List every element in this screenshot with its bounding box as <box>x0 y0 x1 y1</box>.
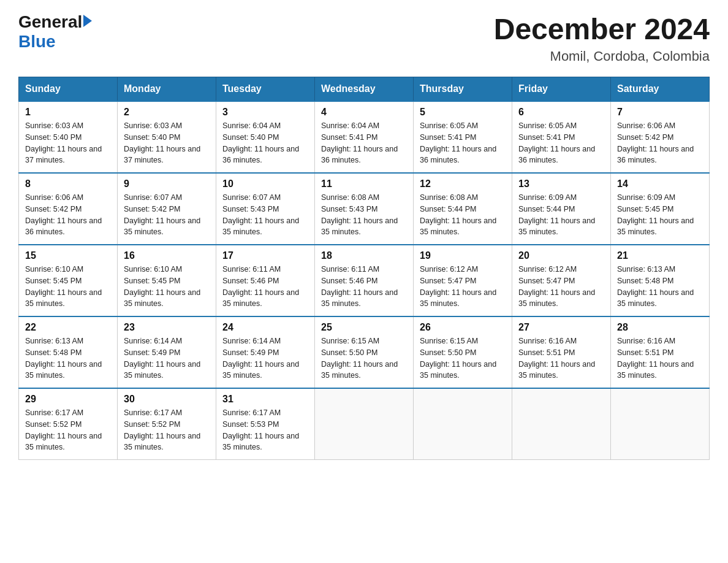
calendar-day-cell: 9Sunrise: 6:07 AMSunset: 5:42 PMDaylight… <box>118 173 216 245</box>
day-info: Sunrise: 6:13 AMSunset: 5:48 PMDaylight:… <box>25 335 111 381</box>
day-number: 8 <box>25 178 111 190</box>
day-number: 1 <box>25 107 111 118</box>
calendar-day-cell: 5Sunrise: 6:05 AMSunset: 5:41 PMDaylight… <box>414 101 512 173</box>
calendar-day-cell: 23Sunrise: 6:14 AMSunset: 5:49 PMDayligh… <box>118 316 216 388</box>
calendar-day-cell: 1Sunrise: 6:03 AMSunset: 5:40 PMDaylight… <box>19 101 118 173</box>
calendar-day-cell: 3Sunrise: 6:04 AMSunset: 5:40 PMDaylight… <box>216 101 315 173</box>
day-info: Sunrise: 6:08 AMSunset: 5:43 PMDaylight:… <box>321 192 407 238</box>
day-info: Sunrise: 6:06 AMSunset: 5:42 PMDaylight:… <box>617 120 703 166</box>
day-number: 5 <box>420 107 506 118</box>
day-info: Sunrise: 6:12 AMSunset: 5:47 PMDaylight:… <box>518 264 604 310</box>
calendar-week-row-1: 1Sunrise: 6:03 AMSunset: 5:40 PMDaylight… <box>19 101 710 173</box>
day-number: 31 <box>222 394 308 405</box>
calendar-day-cell: 2Sunrise: 6:03 AMSunset: 5:40 PMDaylight… <box>118 101 216 173</box>
calendar-day-cell: 20Sunrise: 6:12 AMSunset: 5:47 PMDayligh… <box>512 245 611 316</box>
calendar-day-cell: 8Sunrise: 6:06 AMSunset: 5:42 PMDaylight… <box>19 173 118 245</box>
header-monday: Monday <box>118 77 216 102</box>
day-info: Sunrise: 6:09 AMSunset: 5:44 PMDaylight:… <box>518 192 604 238</box>
calendar-week-row-2: 8Sunrise: 6:06 AMSunset: 5:42 PMDaylight… <box>19 173 710 245</box>
day-info: Sunrise: 6:17 AMSunset: 5:52 PMDaylight:… <box>124 407 210 453</box>
day-info: Sunrise: 6:14 AMSunset: 5:49 PMDaylight:… <box>222 335 308 381</box>
day-number: 29 <box>25 394 111 405</box>
day-number: 24 <box>222 322 308 333</box>
calendar-day-cell: 22Sunrise: 6:13 AMSunset: 5:48 PMDayligh… <box>19 316 118 388</box>
day-info: Sunrise: 6:15 AMSunset: 5:50 PMDaylight:… <box>321 335 407 381</box>
day-info: Sunrise: 6:05 AMSunset: 5:41 PMDaylight:… <box>420 120 506 166</box>
day-number: 25 <box>321 322 407 333</box>
calendar-title: December 2024 <box>494 12 710 46</box>
day-info: Sunrise: 6:17 AMSunset: 5:52 PMDaylight:… <box>25 407 111 453</box>
day-number: 14 <box>617 178 703 190</box>
day-number: 30 <box>124 394 210 405</box>
day-info: Sunrise: 6:04 AMSunset: 5:40 PMDaylight:… <box>222 120 308 166</box>
day-number: 3 <box>222 107 308 118</box>
day-number: 6 <box>518 107 604 118</box>
day-number: 17 <box>222 250 308 261</box>
calendar-day-cell: 25Sunrise: 6:15 AMSunset: 5:50 PMDayligh… <box>315 316 414 388</box>
header-thursday: Thursday <box>414 77 512 102</box>
day-number: 9 <box>124 178 210 190</box>
day-number: 23 <box>124 322 210 333</box>
calendar-day-cell: 17Sunrise: 6:11 AMSunset: 5:46 PMDayligh… <box>216 245 315 316</box>
day-info: Sunrise: 6:06 AMSunset: 5:42 PMDaylight:… <box>25 192 111 238</box>
day-info: Sunrise: 6:12 AMSunset: 5:47 PMDaylight:… <box>420 264 506 310</box>
calendar-day-cell <box>315 388 414 460</box>
day-info: Sunrise: 6:07 AMSunset: 5:43 PMDaylight:… <box>222 192 308 238</box>
header-sunday: Sunday <box>19 77 118 102</box>
calendar-day-cell: 29Sunrise: 6:17 AMSunset: 5:52 PMDayligh… <box>19 388 118 460</box>
day-info: Sunrise: 6:03 AMSunset: 5:40 PMDaylight:… <box>124 120 210 166</box>
day-info: Sunrise: 6:05 AMSunset: 5:41 PMDaylight:… <box>518 120 604 166</box>
calendar-day-cell: 7Sunrise: 6:06 AMSunset: 5:42 PMDaylight… <box>611 101 710 173</box>
calendar-day-cell: 6Sunrise: 6:05 AMSunset: 5:41 PMDaylight… <box>512 101 611 173</box>
day-number: 12 <box>420 178 506 190</box>
calendar-day-cell: 15Sunrise: 6:10 AMSunset: 5:45 PMDayligh… <box>19 245 118 316</box>
day-number: 4 <box>321 107 407 118</box>
day-number: 28 <box>617 322 703 333</box>
day-info: Sunrise: 6:08 AMSunset: 5:44 PMDaylight:… <box>420 192 506 238</box>
logo-general-text: General <box>18 12 82 32</box>
calendar-day-cell: 4Sunrise: 6:04 AMSunset: 5:41 PMDaylight… <box>315 101 414 173</box>
day-info: Sunrise: 6:14 AMSunset: 5:49 PMDaylight:… <box>124 335 210 381</box>
calendar-week-row-5: 29Sunrise: 6:17 AMSunset: 5:52 PMDayligh… <box>19 388 710 460</box>
day-info: Sunrise: 6:10 AMSunset: 5:45 PMDaylight:… <box>25 264 111 310</box>
calendar-day-cell: 30Sunrise: 6:17 AMSunset: 5:52 PMDayligh… <box>118 388 216 460</box>
day-number: 27 <box>518 322 604 333</box>
calendar-day-cell <box>611 388 710 460</box>
day-number: 10 <box>222 178 308 190</box>
day-number: 16 <box>124 250 210 261</box>
calendar-day-cell: 11Sunrise: 6:08 AMSunset: 5:43 PMDayligh… <box>315 173 414 245</box>
calendar-day-cell: 21Sunrise: 6:13 AMSunset: 5:48 PMDayligh… <box>611 245 710 316</box>
calendar-day-cell: 18Sunrise: 6:11 AMSunset: 5:46 PMDayligh… <box>315 245 414 316</box>
calendar-day-cell <box>414 388 512 460</box>
day-info: Sunrise: 6:17 AMSunset: 5:53 PMDaylight:… <box>222 407 308 453</box>
day-info: Sunrise: 6:03 AMSunset: 5:40 PMDaylight:… <box>25 120 111 166</box>
calendar-day-cell <box>512 388 611 460</box>
calendar-day-cell: 13Sunrise: 6:09 AMSunset: 5:44 PMDayligh… <box>512 173 611 245</box>
day-number: 19 <box>420 250 506 261</box>
calendar-day-cell: 26Sunrise: 6:15 AMSunset: 5:50 PMDayligh… <box>414 316 512 388</box>
calendar-day-cell: 28Sunrise: 6:16 AMSunset: 5:51 PMDayligh… <box>611 316 710 388</box>
day-number: 15 <box>25 250 111 261</box>
calendar-week-row-4: 22Sunrise: 6:13 AMSunset: 5:48 PMDayligh… <box>19 316 710 388</box>
calendar-day-cell: 19Sunrise: 6:12 AMSunset: 5:47 PMDayligh… <box>414 245 512 316</box>
header-tuesday: Tuesday <box>216 77 315 102</box>
day-info: Sunrise: 6:15 AMSunset: 5:50 PMDaylight:… <box>420 335 506 381</box>
logo: General Blue <box>18 12 92 52</box>
calendar-day-cell: 16Sunrise: 6:10 AMSunset: 5:45 PMDayligh… <box>118 245 216 316</box>
day-number: 26 <box>420 322 506 333</box>
header-saturday: Saturday <box>611 77 710 102</box>
day-info: Sunrise: 6:13 AMSunset: 5:48 PMDaylight:… <box>617 264 703 310</box>
calendar-day-cell: 31Sunrise: 6:17 AMSunset: 5:53 PMDayligh… <box>216 388 315 460</box>
day-number: 18 <box>321 250 407 261</box>
day-info: Sunrise: 6:16 AMSunset: 5:51 PMDaylight:… <box>617 335 703 381</box>
day-number: 20 <box>518 250 604 261</box>
calendar-day-cell: 27Sunrise: 6:16 AMSunset: 5:51 PMDayligh… <box>512 316 611 388</box>
day-number: 2 <box>124 107 210 118</box>
day-info: Sunrise: 6:04 AMSunset: 5:41 PMDaylight:… <box>321 120 407 166</box>
day-info: Sunrise: 6:09 AMSunset: 5:45 PMDaylight:… <box>617 192 703 238</box>
calendar-day-cell: 12Sunrise: 6:08 AMSunset: 5:44 PMDayligh… <box>414 173 512 245</box>
day-info: Sunrise: 6:11 AMSunset: 5:46 PMDaylight:… <box>222 264 308 310</box>
day-info: Sunrise: 6:16 AMSunset: 5:51 PMDaylight:… <box>518 335 604 381</box>
day-info: Sunrise: 6:10 AMSunset: 5:45 PMDaylight:… <box>124 264 210 310</box>
calendar-location: Momil, Cordoba, Colombia <box>494 48 710 64</box>
